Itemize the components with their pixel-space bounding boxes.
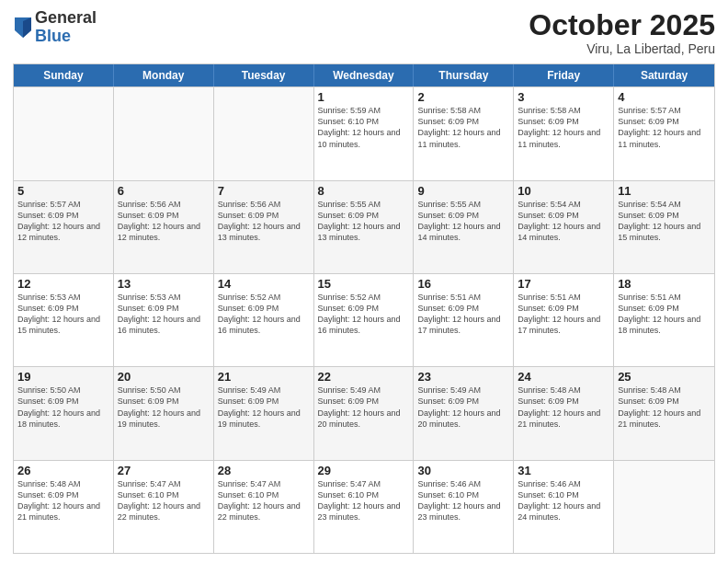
cell-date-3-5: 24 [518, 370, 609, 384]
cell-info-2-5: Sunrise: 5:51 AM Sunset: 6:09 PM Dayligh… [518, 292, 609, 337]
cell-info-2-1: Sunrise: 5:53 AM Sunset: 6:09 PM Dayligh… [118, 292, 210, 337]
cell-0-5: 3Sunrise: 5:58 AM Sunset: 6:09 PM Daylig… [514, 87, 614, 179]
cell-date-4-5: 31 [518, 464, 609, 477]
cell-date-1-5: 10 [518, 184, 609, 198]
cell-2-1: 13Sunrise: 5:53 AM Sunset: 6:09 PM Dayli… [114, 274, 214, 366]
cell-4-4: 30Sunrise: 5:46 AM Sunset: 6:10 PM Dayli… [414, 461, 514, 553]
cell-4-2: 28Sunrise: 5:47 AM Sunset: 6:10 PM Dayli… [214, 461, 314, 553]
cell-0-2 [214, 87, 314, 179]
logo-general-text: General [35, 8, 97, 27]
cell-info-0-3: Sunrise: 5:59 AM Sunset: 6:10 PM Dayligh… [318, 105, 410, 150]
calendar-week-3: 19Sunrise: 5:50 AM Sunset: 6:09 PM Dayli… [14, 366, 714, 459]
logo-icon [15, 17, 31, 38]
cell-info-2-3: Sunrise: 5:52 AM Sunset: 6:09 PM Dayligh… [318, 292, 410, 337]
cell-info-3-3: Sunrise: 5:49 AM Sunset: 6:09 PM Dayligh… [318, 385, 410, 430]
cell-info-3-4: Sunrise: 5:49 AM Sunset: 6:09 PM Dayligh… [417, 385, 509, 430]
logo-blue-text: Blue [35, 27, 71, 45]
cell-1-2: 7Sunrise: 5:56 AM Sunset: 6:09 PM Daylig… [214, 181, 314, 273]
header-tuesday: Tuesday [214, 64, 314, 86]
cell-info-1-6: Sunrise: 5:54 AM Sunset: 6:09 PM Dayligh… [618, 199, 711, 244]
cell-1-4: 9Sunrise: 5:55 AM Sunset: 6:09 PM Daylig… [414, 181, 514, 273]
cell-date-3-2: 21 [218, 370, 310, 384]
cell-date-4-4: 30 [417, 464, 509, 477]
cell-date-4-1: 27 [118, 464, 210, 477]
cell-info-3-2: Sunrise: 5:49 AM Sunset: 6:09 PM Dayligh… [218, 385, 310, 430]
cell-1-3: 8Sunrise: 5:55 AM Sunset: 6:09 PM Daylig… [314, 181, 415, 273]
title-block: October 2025 Viru, La Libertad, Peru [529, 9, 715, 56]
cell-4-1: 27Sunrise: 5:47 AM Sunset: 6:10 PM Dayli… [114, 461, 214, 553]
calendar-title: October 2025 [529, 9, 715, 41]
header-sunday: Sunday [14, 64, 114, 86]
cell-info-2-2: Sunrise: 5:52 AM Sunset: 6:09 PM Dayligh… [218, 292, 310, 337]
calendar-subtitle: Viru, La Libertad, Peru [529, 41, 715, 56]
cell-1-5: 10Sunrise: 5:54 AM Sunset: 6:09 PM Dayli… [514, 181, 614, 273]
cell-0-4: 2Sunrise: 5:58 AM Sunset: 6:09 PM Daylig… [414, 87, 514, 179]
cell-date-4-2: 28 [218, 464, 310, 477]
cell-3-4: 23Sunrise: 5:49 AM Sunset: 6:09 PM Dayli… [414, 367, 514, 459]
cell-date-2-1: 13 [118, 277, 210, 291]
cell-info-0-5: Sunrise: 5:58 AM Sunset: 6:09 PM Dayligh… [518, 105, 609, 150]
cell-date-2-0: 12 [17, 277, 109, 291]
cell-2-5: 17Sunrise: 5:51 AM Sunset: 6:09 PM Dayli… [514, 274, 614, 366]
cell-0-1 [114, 87, 214, 179]
cell-info-4-3: Sunrise: 5:47 AM Sunset: 6:10 PM Dayligh… [318, 478, 410, 523]
cell-info-1-0: Sunrise: 5:57 AM Sunset: 6:09 PM Dayligh… [17, 199, 109, 244]
cell-info-4-0: Sunrise: 5:48 AM Sunset: 6:09 PM Dayligh… [17, 478, 109, 523]
cell-info-1-3: Sunrise: 5:55 AM Sunset: 6:09 PM Dayligh… [318, 199, 410, 244]
cell-3-5: 24Sunrise: 5:48 AM Sunset: 6:09 PM Dayli… [514, 367, 614, 459]
cell-date-1-6: 11 [618, 184, 711, 198]
page: General Blue October 2025 Viru, La Liber… [0, 0, 728, 563]
cell-date-4-0: 26 [17, 464, 109, 477]
cell-info-0-4: Sunrise: 5:58 AM Sunset: 6:09 PM Dayligh… [417, 105, 509, 150]
cell-info-1-2: Sunrise: 5:56 AM Sunset: 6:09 PM Dayligh… [218, 199, 310, 244]
cell-date-1-1: 6 [118, 184, 210, 198]
cell-info-2-0: Sunrise: 5:53 AM Sunset: 6:09 PM Dayligh… [17, 292, 109, 337]
cell-date-2-6: 18 [618, 277, 711, 291]
cell-date-0-6: 4 [618, 90, 711, 104]
header-wednesday: Wednesday [314, 64, 415, 86]
cell-info-0-6: Sunrise: 5:57 AM Sunset: 6:09 PM Dayligh… [618, 105, 711, 150]
cell-date-2-5: 17 [518, 277, 609, 291]
cell-info-3-1: Sunrise: 5:50 AM Sunset: 6:09 PM Dayligh… [118, 385, 210, 430]
cell-2-0: 12Sunrise: 5:53 AM Sunset: 6:09 PM Dayli… [14, 274, 114, 366]
cell-info-2-6: Sunrise: 5:51 AM Sunset: 6:09 PM Dayligh… [618, 292, 711, 337]
cell-3-6: 25Sunrise: 5:48 AM Sunset: 6:09 PM Dayli… [614, 367, 714, 459]
calendar-week-0: 1Sunrise: 5:59 AM Sunset: 6:10 PM Daylig… [14, 86, 714, 179]
cell-1-0: 5Sunrise: 5:57 AM Sunset: 6:09 PM Daylig… [14, 181, 114, 273]
header-saturday: Saturday [614, 64, 714, 86]
cell-date-2-4: 16 [417, 277, 509, 291]
cell-1-1: 6Sunrise: 5:56 AM Sunset: 6:09 PM Daylig… [114, 181, 214, 273]
cell-info-4-5: Sunrise: 5:46 AM Sunset: 6:10 PM Dayligh… [518, 478, 609, 523]
cell-4-6 [614, 461, 714, 553]
cell-date-2-2: 14 [218, 277, 310, 291]
calendar-week-1: 5Sunrise: 5:57 AM Sunset: 6:09 PM Daylig… [14, 180, 714, 273]
cell-1-6: 11Sunrise: 5:54 AM Sunset: 6:09 PM Dayli… [614, 181, 714, 273]
cell-2-4: 16Sunrise: 5:51 AM Sunset: 6:09 PM Dayli… [414, 274, 514, 366]
calendar-week-4: 26Sunrise: 5:48 AM Sunset: 6:09 PM Dayli… [14, 460, 714, 553]
header: General Blue October 2025 Viru, La Liber… [13, 9, 715, 56]
header-thursday: Thursday [414, 64, 514, 86]
cell-2-6: 18Sunrise: 5:51 AM Sunset: 6:09 PM Dayli… [614, 274, 714, 366]
cell-date-3-1: 20 [118, 370, 210, 384]
cell-date-1-2: 7 [218, 184, 310, 198]
cell-date-0-5: 3 [518, 90, 609, 104]
cell-date-3-4: 23 [417, 370, 509, 384]
logo: General Blue [13, 9, 97, 46]
cell-2-2: 14Sunrise: 5:52 AM Sunset: 6:09 PM Dayli… [214, 274, 314, 366]
cell-info-3-0: Sunrise: 5:50 AM Sunset: 6:09 PM Dayligh… [17, 385, 109, 430]
cell-date-3-3: 22 [318, 370, 410, 384]
calendar-week-2: 12Sunrise: 5:53 AM Sunset: 6:09 PM Dayli… [14, 273, 714, 366]
cell-date-0-4: 2 [417, 90, 509, 104]
cell-3-0: 19Sunrise: 5:50 AM Sunset: 6:09 PM Dayli… [14, 367, 114, 459]
cell-date-3-0: 19 [17, 370, 109, 384]
calendar-header-row: Sunday Monday Tuesday Wednesday Thursday… [14, 64, 714, 86]
cell-date-1-3: 8 [318, 184, 410, 198]
cell-info-4-4: Sunrise: 5:46 AM Sunset: 6:10 PM Dayligh… [417, 478, 509, 523]
calendar-body: 1Sunrise: 5:59 AM Sunset: 6:10 PM Daylig… [14, 86, 714, 553]
cell-0-6: 4Sunrise: 5:57 AM Sunset: 6:09 PM Daylig… [614, 87, 714, 179]
cell-date-3-6: 25 [618, 370, 711, 384]
calendar: Sunday Monday Tuesday Wednesday Thursday… [13, 63, 715, 554]
cell-info-4-2: Sunrise: 5:47 AM Sunset: 6:10 PM Dayligh… [218, 478, 310, 523]
cell-info-1-5: Sunrise: 5:54 AM Sunset: 6:09 PM Dayligh… [518, 199, 609, 244]
cell-info-3-5: Sunrise: 5:48 AM Sunset: 6:09 PM Dayligh… [518, 385, 609, 430]
